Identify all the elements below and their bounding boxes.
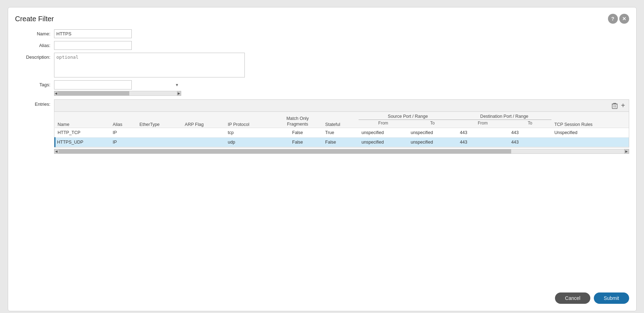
chevron-down-icon: ▼	[175, 83, 179, 87]
row-stateful: False	[323, 138, 359, 147]
create-filter-dialog: Create Filter ? ✕ Name: Alias: Descripti…	[8, 7, 637, 311]
entries-section: Entries:	[15, 99, 629, 287]
row-name: HTTPS_UDP	[55, 138, 110, 147]
alias-input[interactable]	[54, 41, 132, 50]
col-header-match-only-fragments: Match Only Fragments	[273, 112, 323, 128]
delete-button[interactable]	[611, 102, 618, 110]
description-row: Description:	[15, 53, 629, 77]
table-row[interactable]: HTTP_TCP IP tcp False True unspecified u…	[55, 128, 629, 138]
col-header-ip-protocol: IP Protocol	[225, 112, 273, 128]
row-alias: IP	[110, 138, 137, 147]
col-header-dest-from: From	[457, 120, 509, 128]
row-alias: IP	[110, 128, 137, 138]
dialog-header: Create Filter ? ✕	[15, 14, 629, 24]
help-button[interactable]: ?	[608, 14, 618, 24]
cancel-button[interactable]: Cancel	[555, 292, 590, 304]
col-header-ethertype: EtherType	[137, 112, 182, 128]
row-match-fragments: False	[273, 138, 323, 147]
header-icons: ? ✕	[608, 14, 629, 24]
tags-scrollbar[interactable]: ◀ ▶	[54, 91, 181, 96]
row-source-from: unspecified	[359, 128, 408, 138]
dialog-title: Create Filter	[15, 15, 54, 23]
entries-label: Entries:	[15, 99, 54, 107]
scroll-right-btn[interactable]: ▶	[624, 149, 629, 154]
row-source-from: unspecified	[359, 138, 408, 147]
col-header-source-from: From	[359, 120, 408, 128]
row-match-fragments: False	[273, 128, 323, 138]
row-tcp-session-rules: Unspecified	[551, 128, 628, 138]
row-arp-flag	[182, 138, 225, 147]
col-header-dest-to: To	[508, 120, 551, 128]
row-dest-from: 443	[457, 138, 509, 147]
alias-label: Alias:	[15, 41, 54, 48]
bottom-scrollbar[interactable]: ◀ ▶	[54, 149, 629, 154]
col-header-arp-flag: ARP Flag	[182, 112, 225, 128]
row-dest-to: 443	[508, 128, 551, 138]
bottom-scroll-track[interactable]	[59, 149, 624, 154]
col-header-stateful: Stateful	[323, 112, 359, 128]
alias-row: Alias:	[15, 41, 629, 50]
tags-row: Tags: ▼ ◀ ▶	[15, 80, 629, 96]
description-input[interactable]	[54, 53, 245, 77]
row-stateful: True	[323, 128, 359, 138]
col-header-alias: Alias	[110, 112, 137, 128]
scroll-right-arrow[interactable]: ▶	[177, 91, 181, 96]
row-ethertype	[137, 128, 182, 138]
col-header-tcp-session-rules: TCP Session Rules	[551, 112, 628, 128]
scroll-left-btn[interactable]: ◀	[54, 149, 59, 154]
col-header-source-port-range: Source Port / Range	[359, 112, 457, 120]
row-ip-protocol: tcp	[225, 128, 273, 138]
scroll-left-arrow[interactable]: ◀	[54, 91, 58, 96]
submit-button[interactable]: Submit	[594, 292, 629, 304]
row-tcp-session-rules	[551, 138, 628, 147]
form-area: Name: Alias: Description: Tags: ▼	[15, 29, 629, 96]
tags-select-wrapper: ▼	[54, 80, 181, 89]
dialog-footer: Cancel Submit	[15, 292, 629, 304]
add-button[interactable]: +	[620, 101, 626, 110]
svg-rect-0	[612, 104, 617, 109]
row-name: HTTP_TCP	[55, 128, 110, 138]
scroll-thumb	[58, 91, 130, 95]
row-ethertype	[137, 138, 182, 147]
name-row: Name:	[15, 29, 629, 38]
row-arp-flag	[182, 128, 225, 138]
tags-label: Tags:	[15, 80, 54, 87]
row-ip-protocol: udp	[225, 138, 273, 147]
row-dest-from: 443	[457, 128, 509, 138]
entries-table-container: + Name Alias EtherType ARP Flag IP Proto…	[54, 99, 629, 147]
entries-table-body: HTTP_TCP IP tcp False True unspecified u…	[55, 128, 629, 147]
table-header-group-row: Name Alias EtherType ARP Flag IP Protoco…	[55, 112, 629, 120]
col-header-source-to: To	[408, 120, 457, 128]
bottom-scroll-thumb	[59, 149, 511, 153]
row-source-to: unspecified	[408, 138, 457, 147]
entries-table: Name Alias EtherType ARP Flag IP Protoco…	[54, 112, 629, 147]
close-button[interactable]: ✕	[619, 14, 629, 24]
description-label: Description:	[15, 53, 54, 60]
col-header-dest-port-range: Destination Port / Range	[457, 112, 551, 120]
col-header-name: Name	[55, 112, 110, 128]
name-input[interactable]	[54, 29, 132, 38]
table-row[interactable]: HTTPS_UDP IP udp False False unspecified…	[55, 138, 629, 147]
tags-select[interactable]	[54, 80, 132, 89]
scroll-track[interactable]	[58, 91, 177, 96]
entries-toolbar: +	[54, 100, 629, 112]
row-dest-to: 443	[508, 138, 551, 147]
row-source-to: unspecified	[408, 128, 457, 138]
name-label: Name:	[15, 29, 54, 36]
